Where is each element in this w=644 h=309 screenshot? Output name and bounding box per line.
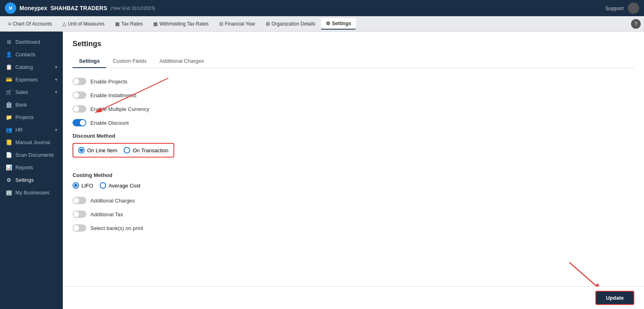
sidebar-item-dashboard[interactable]: ⊞ Dashboard	[0, 36, 63, 48]
content-area: Settings Settings Custom Fields Addition…	[63, 32, 644, 286]
enable-projects-row: Enable Projects	[73, 78, 634, 85]
sidebar-item-settings[interactable]: ⚙ Settings	[0, 174, 63, 186]
tax-icon: ▦	[115, 21, 120, 27]
scan-icon: 📄	[6, 152, 12, 158]
nav-financial-year[interactable]: ⊟ Financial Year	[214, 19, 260, 29]
withholding-icon: ▦	[153, 21, 158, 27]
radio-average-cost[interactable]: Average Cost	[100, 182, 141, 189]
radio-on-line-item[interactable]: On Line Item	[78, 147, 117, 153]
contacts-icon: 👤	[6, 51, 12, 58]
catalog-icon: 📋	[6, 64, 12, 70]
discount-method-label: Discount Method	[73, 133, 634, 139]
sidebar-item-manual-journal[interactable]: 📒 Manual Journal	[0, 136, 63, 149]
journal-icon: 📒	[6, 139, 12, 145]
sales-icon: 🛒	[6, 89, 12, 95]
additional-tax-toggle[interactable]	[73, 211, 86, 218]
select-banks-row: Select bank(s) on print	[73, 224, 634, 232]
tab-settings[interactable]: Settings	[73, 55, 106, 68]
nav-unit-of-measures[interactable]: △ Unit of Measures	[58, 19, 109, 29]
nav-chart-of-accounts[interactable]: ≡ Chart Of Accounts	[3, 19, 57, 29]
company-name: SHAHBAZ TRADERS	[50, 5, 107, 11]
enable-discount-label: Enable Discount	[90, 120, 129, 126]
enable-discount-toggle[interactable]	[73, 119, 86, 126]
chevron-down-icon: ▾	[55, 128, 57, 132]
sidebar-item-label: HR	[15, 127, 23, 133]
unit-icon: △	[62, 21, 66, 27]
costing-method-section: Costing Method LIFO Average Cost	[73, 172, 634, 189]
sidebar-item-label: Dashboard	[15, 39, 40, 45]
nav-withholding-tax-rates[interactable]: ▦ WithHolding Tax Rates	[148, 19, 213, 29]
chart-icon: ≡	[8, 21, 11, 27]
tab-custom-fields[interactable]: Custom Fields	[106, 55, 153, 68]
top-nav-right: Support	[605, 2, 639, 14]
sidebar-item-label: Manual Journal	[15, 140, 50, 145]
reports-icon: 📊	[6, 164, 12, 170]
chevron-down-icon: ▾	[55, 77, 57, 82]
enable-projects-label: Enable Projects	[90, 79, 127, 85]
sidebar-item-reports[interactable]: 📊 Reports	[0, 161, 63, 174]
sidebar-item-expenses[interactable]: 💳 Expenses ▾	[0, 73, 63, 86]
additional-charges-row: Additional Charges	[73, 197, 634, 204]
sidebar-item-contacts[interactable]: 👤 Contacts	[0, 48, 63, 61]
costing-method-label: Costing Method	[73, 172, 634, 178]
update-button[interactable]: Update	[595, 291, 634, 305]
content-wrapper: Settings Settings Custom Fields Addition…	[63, 32, 644, 309]
radio-circle-lifo	[73, 182, 79, 189]
radio-lifo[interactable]: LIFO	[73, 182, 93, 189]
costing-radio-group: LIFO Average Cost	[73, 182, 634, 189]
sidebar-item-my-businesses[interactable]: 🏢 My Businesses	[0, 186, 63, 199]
sidebar-item-label: Contacts	[15, 52, 35, 58]
select-banks-toggle[interactable]	[73, 224, 86, 232]
support-link[interactable]: Support	[605, 5, 624, 11]
nav-tax-rates[interactable]: ▦ Tax Rates	[110, 19, 148, 29]
sidebar-item-label: Expenses	[15, 77, 38, 83]
businesses-icon: 🏢	[6, 190, 12, 196]
sidebar-item-catalog[interactable]: 📋 Catalog ▾	[0, 61, 63, 73]
dashboard-icon: ⊞	[6, 39, 12, 45]
projects-icon: 📁	[6, 114, 12, 120]
help-button[interactable]: ?	[631, 19, 641, 29]
additional-tax-label: Additional Tax	[90, 211, 123, 217]
sidebar-item-hr[interactable]: 👥 HR ▾	[0, 124, 63, 136]
tab-additional-charges[interactable]: Additional Charges	[153, 55, 210, 68]
avatar[interactable]	[628, 2, 639, 14]
enable-currency-toggle[interactable]	[73, 105, 86, 113]
sidebar-item-scan-documents[interactable]: 📄 Scan Documents	[0, 149, 63, 161]
page-title: Settings	[73, 40, 634, 48]
sidebar-item-sales[interactable]: 🛒 Sales ▾	[0, 86, 63, 98]
radio-on-transaction[interactable]: On Transaction	[124, 147, 168, 153]
sidebar-item-label: Catalog	[15, 64, 33, 70]
financial-year-icon: ⊟	[219, 21, 223, 27]
enable-discount-row: Enable Discount	[73, 119, 634, 126]
year-end: (Year End 31/12/2023)	[110, 6, 155, 11]
sidebar-item-projects[interactable]: 📁 Projects	[0, 111, 63, 124]
sidebar-item-bank[interactable]: 🏦 Bank	[0, 98, 63, 111]
main-layout: ⊞ Dashboard 👤 Contacts 📋 Catalog ▾ 💳 Exp…	[0, 32, 644, 309]
enable-currency-row: Enable Multiple Currency	[73, 105, 634, 113]
enable-installments-row: Enable Installments	[73, 92, 634, 99]
sidebar: ⊞ Dashboard 👤 Contacts 📋 Catalog ▾ 💳 Exp…	[0, 32, 63, 309]
discount-method-radio-group: On Line Item On Transaction	[73, 143, 174, 158]
settings-sidebar-icon: ⚙	[6, 177, 12, 183]
enable-installments-toggle[interactable]	[73, 92, 86, 99]
app-logo: M	[5, 2, 16, 14]
sidebar-item-label: Sales	[15, 90, 28, 95]
top-nav: M Moneypex SHAHBAZ TRADERS (Year End 31/…	[0, 0, 644, 16]
chevron-down-icon: ▾	[55, 90, 57, 94]
additional-tax-row: Additional Tax	[73, 211, 634, 218]
select-banks-label: Select bank(s) on print	[90, 225, 143, 231]
settings-tabs: Settings Custom Fields Additional Charge…	[73, 55, 634, 68]
secondary-nav: ≡ Chart Of Accounts △ Unit of Measures ▦…	[0, 16, 644, 32]
additional-charges-toggle[interactable]	[73, 197, 86, 204]
sidebar-item-label: My Businesses	[15, 190, 49, 196]
nav-organization-details[interactable]: ⊞ Organization Details	[261, 19, 320, 29]
expenses-icon: 💳	[6, 77, 12, 83]
sidebar-item-label: Reports	[15, 165, 33, 170]
additional-charges-label: Additional Charges	[90, 198, 135, 204]
radio-label-line-item: On Line Item	[87, 147, 117, 153]
sidebar-item-label: Scan Documents	[15, 152, 54, 158]
nav-settings[interactable]: ⚙ Settings	[321, 18, 356, 30]
enable-projects-toggle[interactable]	[73, 78, 86, 85]
org-icon: ⊞	[266, 21, 270, 27]
radio-label-lifo: LIFO	[81, 183, 93, 189]
